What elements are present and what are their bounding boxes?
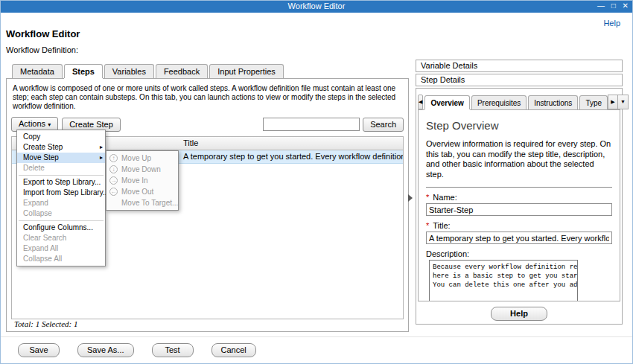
panel-splitter-icon[interactable] [408,194,413,202]
required-marker: * [426,221,429,230]
save-as-button[interactable]: Save As... [77,343,134,357]
circle-arrow-left-icon: ← [109,188,118,196]
page-title: Workflow Editor [6,28,80,39]
menu-separator [19,220,104,221]
submenu-item-move-up: ↑ Move Up [106,153,178,164]
move-step-submenu: ↑ Move Up ↓ Move Down → Move In ← Move O… [106,150,179,211]
menu-item-expand: Expand [17,198,105,208]
menu-item-export-step-library[interactable]: Export to Step Library... [17,177,105,188]
step-overview-heading: Step Overview [426,119,612,132]
blank-icon [109,199,118,207]
submenu-arrow-icon: ▸ [100,153,103,163]
submenu-item-move-in: → Move In [106,175,178,186]
menu-item-expand-all: Expand All [17,243,105,254]
menu-item-collapse: Collapse [17,208,105,219]
save-button[interactable]: Save [18,343,60,357]
help-row: Help [416,307,622,321]
step-details-header[interactable]: Step Details [416,74,623,86]
window-controls: — □ ✕ [593,0,629,13]
menu-item-clear-search: Clear Search [17,233,105,243]
submenu-item-move-out: ← Move Out [106,186,178,197]
name-label: * Name: [426,193,612,202]
help-link[interactable]: Help [603,19,620,28]
menu-item-configure-columns[interactable]: Configure Columns... [17,223,105,233]
variable-details-header[interactable]: Variable Details [416,60,623,72]
step-title-cell: A temporary step to get you started. Eve… [183,152,403,161]
tab-prerequisites[interactable]: Prerequisites [471,95,527,109]
step-details-tab-strip: ◀ Overview Prerequisites Instructions Ty… [418,91,620,109]
tab-input-properties[interactable]: Input Properties [209,64,284,78]
search-button[interactable]: Search [363,118,404,132]
help-button[interactable]: Help [491,307,547,321]
menu-item-delete: Delete [17,163,105,173]
search-input[interactable] [263,118,360,131]
description-label: Description: [426,249,612,258]
circle-arrow-down-icon: ↓ [109,165,118,173]
step-details-panel: ◀ Overview Prerequisites Instructions Ty… [416,88,623,325]
name-field[interactable] [426,203,612,216]
circle-arrow-right-icon: → [109,176,118,185]
circle-arrow-up-icon: ↑ [109,154,118,162]
column-header-title[interactable]: Title [183,138,198,147]
maximize-icon[interactable]: □ [611,1,616,10]
divider [426,187,612,188]
title-field[interactable] [426,232,612,244]
tab-list-dropdown-icon[interactable]: ▼ [618,95,629,109]
selection-status: Total: 1 Selected: 1 [14,319,77,328]
left-tab-strip: Metadata Steps Variables Feedback Input … [12,64,285,78]
footer-buttons: Save Save As... Test Cancel [18,343,256,357]
menu-item-create-step[interactable]: Create Step ▸ [17,142,105,153]
tab-type[interactable]: Type [579,95,608,109]
overview-tab-content: Step Overview Overview information is re… [418,109,620,301]
tab-instructions[interactable]: Instructions [528,95,578,109]
window-title: Workflow Editor [288,1,346,10]
menu-item-copy[interactable]: Copy [17,132,105,142]
workflow-definition-label: Workflow Definition: [6,45,78,54]
actions-menu: Copy Create Step ▸ Move Step ▸ Delete Ex… [16,130,106,266]
submenu-arrow-icon: ▸ [100,142,103,153]
tab-scroll-left-icon[interactable]: ◀ [418,95,423,109]
submenu-item-move-down: ↓ Move Down [106,164,178,175]
tab-overview[interactable]: Overview [424,95,469,109]
title-bar: Workflow Editor — □ ✕ [0,0,633,13]
tab-variables[interactable]: Variables [104,64,154,78]
tab-steps[interactable]: Steps [64,64,103,78]
required-marker: * [426,193,429,202]
close-icon[interactable]: ✕ [623,1,629,10]
menu-separator [19,175,104,176]
step-overview-description: Overview information is required for eve… [426,139,612,179]
tab-scroll-right-icon[interactable]: ▶ [608,95,618,109]
steps-description: A workflow is composed of one or more un… [13,84,402,111]
footer-divider [0,336,633,337]
tab-feedback[interactable]: Feedback [156,64,208,78]
minimize-icon[interactable]: — [597,1,605,10]
description-textarea[interactable]: Because every workflow definition req he… [429,260,578,301]
chevron-down-icon: ▾ [48,121,51,128]
menu-item-move-step[interactable]: Move Step ▸ [17,153,105,163]
menu-item-collapse-all: Collapse All [17,254,105,264]
title-label: * Title: [426,221,612,230]
cancel-button[interactable]: Cancel [211,343,256,357]
tab-metadata[interactable]: Metadata [12,64,63,78]
menu-item-import-step-library[interactable]: Import from Step Library... [17,188,105,198]
submenu-item-move-to-target: Move To Target... [106,197,178,208]
tab-strip-controls: ▶ ▼ [608,95,629,109]
test-button[interactable]: Test [152,343,194,357]
